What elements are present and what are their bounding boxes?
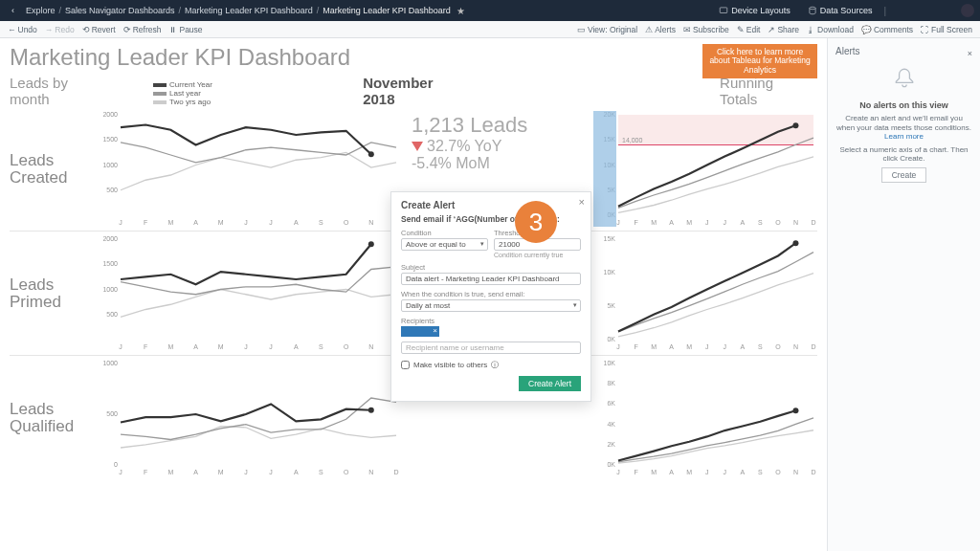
svg-text:S: S — [758, 343, 763, 350]
svg-point-60 — [368, 241, 374, 247]
svg-text:J: J — [705, 219, 709, 226]
svg-text:A: A — [193, 469, 198, 475]
svg-text:0: 0 — [114, 461, 118, 468]
svg-text:A: A — [740, 469, 745, 475]
svg-text:S: S — [758, 469, 763, 475]
svg-point-93 — [368, 408, 374, 413]
frequency-select[interactable]: Daily at most — [401, 299, 581, 312]
chart-running-qualified[interactable]: 0K2K4K6K8K10KJFMAMJJASOND — [593, 360, 817, 476]
svg-point-1 — [810, 7, 815, 10]
fullscreen-button[interactable]: ⛶Full Screen — [921, 25, 972, 34]
svg-text:M: M — [167, 343, 173, 350]
crumb-parent[interactable]: Marketing Leader KPI Dashboard — [185, 6, 313, 15]
favorite-star-icon[interactable]: ★ — [457, 6, 465, 16]
crumb-explore[interactable]: Explore — [26, 6, 56, 15]
svg-text:A: A — [669, 343, 674, 350]
svg-text:A: A — [193, 219, 198, 226]
down-arrow-icon — [412, 142, 423, 151]
svg-text:1500: 1500 — [102, 136, 118, 143]
section-leads-by-month: Leads by month — [10, 75, 104, 107]
svg-text:5K: 5K — [607, 302, 615, 309]
panel-desc2: Select a numeric axis of a chart. Then c… — [835, 145, 972, 164]
revert-button[interactable]: ⟲Revert — [82, 25, 116, 34]
panel-title: Alerts — [835, 46, 968, 56]
bell-icon — [892, 66, 917, 91]
row-label-qualified: Leads Qualified — [10, 360, 96, 476]
svg-text:A: A — [294, 469, 299, 475]
svg-text:J: J — [705, 469, 709, 475]
svg-text:F: F — [144, 219, 147, 226]
subject-input[interactable]: Data alert - Marketing Leader KPI Dashbo… — [401, 273, 581, 285]
svg-point-77 — [792, 240, 798, 246]
svg-text:500: 500 — [106, 410, 118, 417]
learn-more-banner[interactable]: Click here to learn more about Tableau f… — [702, 44, 817, 78]
condition-select[interactable]: Above or equal to — [401, 238, 488, 251]
device-layouts-button[interactable]: Device Layouts — [713, 4, 796, 17]
close-icon[interactable]: × — [579, 196, 585, 208]
create-alert-button[interactable]: Create Alert — [519, 376, 581, 391]
legend: Current Year Last year Two yrs ago — [153, 80, 212, 106]
help-icon[interactable]: ? — [926, 6, 938, 15]
alerts-button[interactable]: ⚠Alerts — [645, 25, 676, 34]
edit-button[interactable]: ✎Edit — [737, 25, 761, 34]
svg-text:J: J — [269, 343, 273, 350]
svg-text:D: D — [811, 343, 815, 350]
svg-text:J: J — [269, 219, 273, 226]
chart-monthly-created[interactable]: 500100015002000JFMAMJJASOND — [96, 111, 400, 227]
svg-text:M: M — [686, 343, 692, 350]
favorites-icon[interactable] — [909, 6, 921, 15]
svg-text:J: J — [269, 469, 273, 475]
svg-text:1000: 1000 — [102, 286, 118, 293]
chart-running-primed[interactable]: 0K5K10K15KJFMAMJJASOND — [593, 235, 817, 351]
svg-text:1000: 1000 — [102, 360, 118, 366]
panel-close-icon[interactable]: × — [968, 49, 972, 58]
visible-to-others-checkbox[interactable]: Make visible to others ⓘ — [401, 360, 581, 370]
svg-text:2K: 2K — [607, 441, 615, 448]
svg-point-4 — [934, 10, 938, 15]
svg-text:A: A — [669, 469, 674, 475]
crumb-nav-dash[interactable]: Sales Navigator Dashboards — [65, 6, 175, 15]
section-running-totals: Running Totals — [720, 75, 808, 107]
svg-text:15K: 15K — [604, 235, 616, 242]
step-badge-3: 3 — [515, 201, 557, 243]
svg-text:A: A — [740, 343, 745, 350]
notifications-icon[interactable] — [944, 6, 955, 15]
avatar[interactable] — [961, 4, 974, 17]
svg-text:J: J — [705, 343, 709, 350]
comments-button[interactable]: 💬Comments — [861, 25, 913, 34]
undo-button[interactable]: ←Undo — [8, 25, 37, 34]
recipient-input[interactable]: Recipient name or username — [401, 342, 581, 354]
svg-text:F: F — [634, 469, 637, 475]
svg-text:M: M — [651, 343, 657, 350]
svg-point-22 — [368, 151, 374, 157]
row-label-primed: Leads Primed — [10, 235, 96, 351]
back-button[interactable]: ‹ — [6, 4, 20, 17]
svg-text:4K: 4K — [607, 421, 615, 428]
svg-text:O: O — [344, 343, 349, 350]
svg-text:J: J — [616, 219, 620, 226]
chart-monthly-qualified[interactable]: 05001000JFMAMJJASOND — [96, 360, 400, 476]
learn-more-link[interactable]: Learn more — [884, 132, 924, 141]
svg-text:0K: 0K — [607, 336, 615, 342]
search-icon[interactable] — [892, 6, 903, 15]
svg-text:M: M — [686, 219, 692, 226]
alerts-panel: Alerts × No alerts on this view Create a… — [827, 38, 980, 551]
svg-text:J: J — [724, 469, 727, 475]
recipient-chip[interactable] — [401, 326, 439, 337]
svg-text:N: N — [793, 469, 798, 475]
download-button[interactable]: ⭳Download — [807, 25, 854, 34]
svg-text:N: N — [793, 343, 798, 350]
svg-text:J: J — [616, 343, 620, 350]
pause-button[interactable]: ⏸Pause — [168, 25, 202, 34]
svg-text:S: S — [758, 219, 763, 226]
panel-create-button[interactable]: Create — [881, 167, 927, 183]
data-sources-button[interactable]: Data Sources — [802, 4, 879, 17]
view-original-button[interactable]: ▭View: Original — [577, 25, 637, 34]
refresh-button[interactable]: ⟳Refresh — [123, 25, 162, 34]
chart-monthly-primed[interactable]: 500100015002000JFMAMJJASOND — [96, 235, 400, 351]
share-button[interactable]: ↗Share — [768, 25, 799, 34]
subscribe-button[interactable]: ✉Subscribe — [683, 25, 729, 34]
crumb-current: Marketing Leader KPI Dashboard — [323, 6, 451, 15]
leads-created-value: 1,213 Leads — [412, 113, 593, 138]
chart-running-created[interactable]: 14,0000K5K10K15K20KJFMAMJJASOND — [593, 111, 817, 227]
